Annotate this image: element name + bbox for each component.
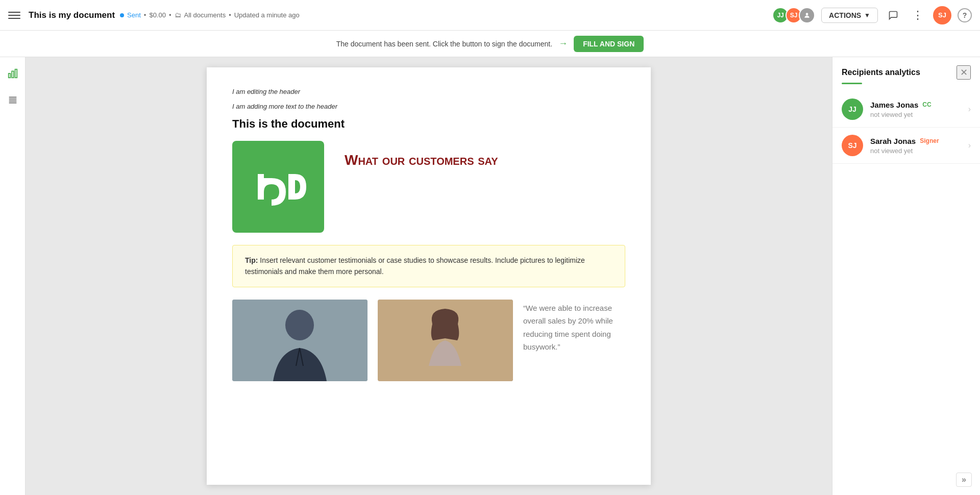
recipient-status-sarah: not viewed yet bbox=[870, 147, 964, 155]
actions-button[interactable]: ACTIONS ▼ bbox=[821, 8, 878, 23]
separator1: • bbox=[144, 11, 146, 19]
status-label: Sent bbox=[127, 11, 141, 19]
hamburger-menu[interactable] bbox=[8, 9, 20, 21]
panel-expand-area: » bbox=[832, 466, 980, 495]
svg-rect-1 bbox=[8, 73, 10, 78]
tip-content: Insert relevant customer testimonials or… bbox=[245, 256, 585, 276]
left-sidebar bbox=[0, 57, 26, 495]
notification-banner: The document has been sent. Click the bu… bbox=[0, 31, 980, 57]
recipient-name-row-sarah: Sarah Jonas Signer bbox=[870, 137, 964, 145]
actions-label: ACTIONS bbox=[829, 11, 861, 19]
quote-text: “We were able to increase overall sales … bbox=[523, 300, 625, 354]
recipient-name-james: James Jonas bbox=[870, 101, 918, 109]
doc-two-col: What our customers say bbox=[232, 141, 625, 233]
list-sidebar-button[interactable] bbox=[4, 91, 22, 109]
svg-rect-2 bbox=[12, 71, 14, 78]
tip-label: Tip: bbox=[245, 256, 258, 264]
expand-panel-button[interactable]: » bbox=[956, 473, 972, 487]
customers-heading: What our customers say bbox=[345, 141, 498, 169]
recipient-info-sarah: Sarah Jonas Signer not viewed yet bbox=[870, 137, 964, 155]
recipient-avatar-sj: SJ bbox=[842, 135, 863, 156]
doc-header-line2: I am adding more text to the header bbox=[232, 103, 625, 110]
analytics-sidebar-button[interactable] bbox=[4, 64, 22, 83]
main-area: I am editing the header I am adding more… bbox=[0, 57, 980, 495]
company-logo bbox=[232, 141, 324, 233]
fill-and-sign-button[interactable]: FILL AND SIGN bbox=[574, 36, 644, 52]
doc-header-line1: I am editing the header bbox=[232, 88, 625, 95]
person1-photo bbox=[232, 300, 368, 381]
recipient-name-row-james: James Jonas CC bbox=[870, 101, 964, 109]
panel-underline bbox=[842, 83, 862, 84]
svg-point-10 bbox=[285, 310, 314, 340]
panel-header: Recipients analytics ✕ bbox=[832, 57, 980, 80]
recipient-role-sarah: Signer bbox=[920, 137, 939, 144]
recipients-panel: Recipients analytics ✕ JJ James Jonas CC… bbox=[832, 57, 980, 495]
recipient-item-sarah[interactable]: SJ Sarah Jonas Signer not viewed yet › bbox=[832, 128, 980, 164]
document-page: I am editing the header I am adding more… bbox=[207, 67, 651, 485]
more-dots-icon: ⋮ bbox=[912, 9, 924, 22]
document-title: This is my document bbox=[29, 10, 115, 20]
tip-text: Tip: Insert relevant customer testimonia… bbox=[245, 255, 612, 278]
tip-box: Tip: Insert relevant customer testimonia… bbox=[232, 245, 625, 287]
more-options-button[interactable]: ⋮ bbox=[909, 6, 927, 24]
recipient-role-james: CC bbox=[922, 101, 931, 108]
amount-label: $0.00 bbox=[149, 11, 166, 19]
header-meta: Sent • $0.00 • 🗂 All documents • Updated… bbox=[120, 11, 300, 19]
recipient-avatar-jj: JJ bbox=[842, 98, 863, 120]
svg-rect-3 bbox=[15, 69, 17, 78]
panel-title: Recipients analytics bbox=[842, 68, 920, 77]
document-area: I am editing the header I am adding more… bbox=[26, 57, 832, 495]
banner-arrow-icon: → bbox=[558, 38, 568, 49]
chevron-right-icon-james: › bbox=[968, 105, 971, 114]
banner-text: The document has been sent. Click the bu… bbox=[336, 40, 552, 48]
status-dot bbox=[120, 13, 124, 17]
photo-quote-row: “We were able to increase overall sales … bbox=[232, 300, 625, 381]
separator3: • bbox=[229, 11, 231, 19]
avatar-group: JJ SJ bbox=[772, 7, 815, 23]
customers-heading-area: What our customers say bbox=[345, 141, 498, 169]
folder-icon: 🗂 bbox=[175, 11, 181, 19]
help-button[interactable]: ? bbox=[958, 8, 972, 22]
updated-label: Updated a minute ago bbox=[234, 11, 300, 19]
close-panel-button[interactable]: ✕ bbox=[957, 65, 971, 80]
separator2: • bbox=[169, 11, 172, 19]
avatar-extra[interactable] bbox=[799, 7, 815, 23]
top-header: This is my document Sent • $0.00 • 🗂 All… bbox=[0, 0, 980, 31]
person2-photo bbox=[378, 300, 513, 381]
header-right: JJ SJ ACTIONS ▼ ⋮ SJ ? bbox=[772, 6, 972, 24]
recipient-name-sarah: Sarah Jonas bbox=[870, 137, 916, 145]
folder-label: All documents bbox=[184, 11, 226, 19]
chevron-down-icon: ▼ bbox=[864, 12, 870, 19]
recipient-item-james[interactable]: JJ James Jonas CC not viewed yet › bbox=[832, 91, 980, 128]
quote-area: “We were able to increase overall sales … bbox=[523, 300, 625, 354]
chat-button[interactable] bbox=[884, 6, 902, 24]
user-avatar[interactable]: SJ bbox=[933, 6, 951, 24]
svg-point-0 bbox=[806, 13, 808, 15]
recipient-status-james: not viewed yet bbox=[870, 111, 964, 118]
chevron-right-icon-sarah: › bbox=[968, 141, 971, 150]
help-icon: ? bbox=[963, 11, 967, 19]
recipient-info-james: James Jonas CC not viewed yet bbox=[870, 101, 964, 118]
doc-body-title: This is the document bbox=[232, 117, 625, 131]
